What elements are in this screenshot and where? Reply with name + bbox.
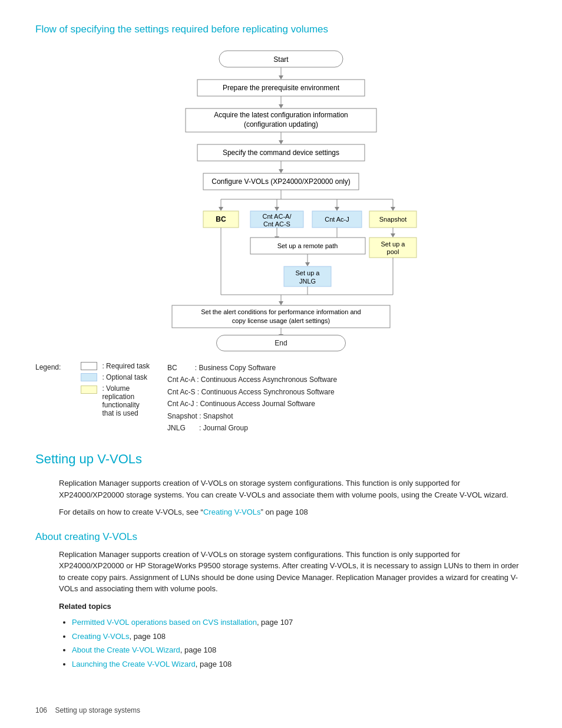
legend-optional: : Optional task — [81, 373, 150, 381]
svg-text:Acquire the latest configurati: Acquire the latest configuration informa… — [214, 111, 348, 119]
svg-text:Start: Start — [273, 55, 289, 64]
related-link-4-anchor[interactable]: Launching the Create V-VOL Wizard — [72, 660, 196, 668]
legend-label: Legend: — [35, 363, 61, 371]
svg-text:Set the alert conditions for p: Set the alert conditions for performance… — [201, 308, 361, 315]
related-link-1-anchor[interactable]: Permitted V-VOL operations based on CVS … — [72, 618, 257, 627]
svg-text:pool: pool — [387, 248, 399, 255]
creating-vvols-link1[interactable]: Creating V-VOLs — [203, 508, 261, 516]
svg-text:Cnt AC-S: Cnt AC-S — [263, 220, 290, 228]
svg-text:Configure V-VOLs (XP24000/XP20: Configure V-VOLs (XP24000/XP20000 only) — [211, 177, 350, 186]
svg-marker-12 — [279, 140, 283, 144]
svg-text:(configuration updating): (configuration updating) — [244, 120, 318, 129]
svg-text:BC: BC — [216, 215, 226, 223]
flow-end-box: End — [216, 335, 346, 351]
flowchart-section: Flow of specifying the settings required… — [35, 24, 527, 434]
legend-required-label: : Required task — [102, 362, 150, 370]
flow-title: Flow of specifying the settings required… — [35, 24, 527, 35]
svg-text:Set up a: Set up a — [296, 269, 320, 276]
svg-text:Snapshot: Snapshot — [379, 216, 406, 223]
related-link-3-anchor[interactable]: About the Create V-VOL Wizard — [72, 645, 180, 654]
svg-marker-58 — [279, 301, 283, 305]
svg-text:Set up a: Set up a — [381, 241, 406, 248]
related-link-2-anchor[interactable]: Creating V-VOLs — [72, 632, 130, 641]
related-link-4: Launching the Create V-VOL Wizard, page … — [72, 657, 527, 671]
page-footer: 106 Setting up storage systems — [35, 706, 527, 714]
section-setting-up-vvols: Setting up V-VOLs Replication Manager su… — [35, 452, 527, 518]
legend-box-optional — [81, 373, 97, 381]
svg-marker-39 — [391, 233, 395, 238]
legend-items: : Required task : Optional task : Volume… — [81, 362, 150, 417]
flowchart-svg-wrapper: Start Prepare the prerequisite environme… — [35, 46, 527, 335]
legend-box-required — [81, 362, 97, 370]
svg-marker-24 — [275, 207, 279, 211]
related-link-3: About the Create V-VOL Wizard, page 108 — [72, 643, 527, 657]
svg-text:JNLG: JNLG — [299, 278, 316, 285]
footer-page-num: 106 — [35, 706, 47, 714]
legend-abbr-cntacj: Cnt Ac-J : Continuous Access Journal Sof… — [167, 398, 337, 410]
related-link-2: Creating V-VOLs, page 108 — [72, 630, 527, 643]
legend-abbr-snapshot: Snapshot : Snapshot — [167, 410, 337, 422]
svg-text:Specify the command device set: Specify the command device settings — [223, 149, 339, 157]
svg-text:Cnt AC-A/: Cnt AC-A/ — [263, 213, 292, 220]
legend-abbreviations: BC : Business Copy Software Cnt Ac-A : C… — [167, 362, 337, 434]
legend-required: : Required task — [81, 362, 150, 370]
legend: Legend: : Required task : Optional task … — [35, 362, 527, 434]
legend-abbr-jnlg: JNLG : Journal Group — [167, 422, 337, 434]
svg-text:Set up a remote path: Set up a remote path — [277, 242, 338, 249]
legend-volume-label: : Volumereplicationfunctionalitythat is … — [102, 384, 139, 417]
section1-body2: For details on how to create V-VOLs, see… — [59, 506, 527, 518]
section1-body1: Replication Manager supports creation of… — [59, 477, 527, 500]
svg-marker-49 — [305, 262, 310, 266]
footer-text: Setting up storage systems — [55, 706, 140, 714]
legend-abbr-cntacs: Cnt Ac-S : Continuous Access Synchronous… — [167, 386, 337, 398]
section2-title: About creating V-VOLs — [35, 531, 527, 543]
svg-marker-7 — [279, 104, 283, 108]
legend-optional-label: : Optional task — [102, 373, 147, 381]
svg-text:copy license usage (alert sett: copy license usage (alert settings) — [232, 317, 330, 324]
legend-abbr-cntaca: Cnt Ac-A : Continuous Access Asynchronou… — [167, 374, 337, 386]
section-about-vvols: About creating V-VOLs Replication Manage… — [35, 531, 527, 671]
section2-body1: Replication Manager supports creation of… — [59, 549, 527, 595]
section1-title: Setting up V-VOLs — [35, 452, 527, 467]
svg-marker-26 — [335, 207, 339, 211]
svg-text:Cnt Ac-J: Cnt Ac-J — [325, 216, 349, 223]
svg-text:Prepare the prerequisite envir: Prepare the prerequisite environment — [223, 84, 340, 92]
related-topics-list: Permitted V-VOL operations based on CVS … — [59, 615, 527, 671]
related-link-1: Permitted V-VOL operations based on CVS … — [72, 615, 527, 629]
legend-volume: : Volumereplicationfunctionalitythat is … — [81, 384, 150, 417]
svg-marker-16 — [279, 169, 283, 173]
related-topics-title: Related topics — [59, 601, 527, 612]
legend-box-volume — [81, 386, 97, 394]
svg-marker-28 — [391, 207, 395, 211]
svg-marker-3 — [279, 75, 283, 80]
svg-marker-22 — [219, 207, 223, 211]
legend-abbr-bc: BC : Business Copy Software — [167, 362, 337, 374]
